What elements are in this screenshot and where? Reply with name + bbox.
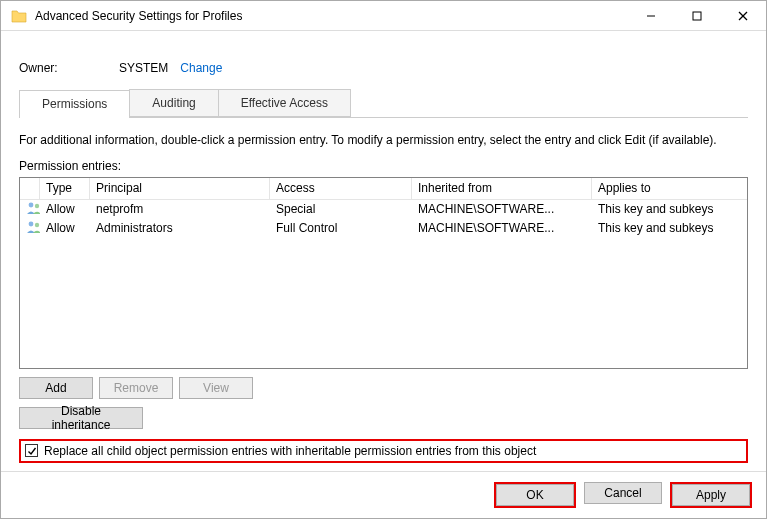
cell-inherited: MACHINE\SOFTWARE...: [412, 221, 592, 235]
cell-applies: This key and subkeys: [592, 202, 747, 216]
cell-access: Full Control: [270, 221, 412, 235]
owner-row: Owner: SYSTEM Change: [19, 43, 748, 89]
owner-value: SYSTEM: [119, 61, 168, 75]
permission-entries-table[interactable]: Type Principal Access Inherited from App…: [19, 177, 748, 369]
cell-applies: This key and subkeys: [592, 221, 747, 235]
tab-auditing[interactable]: Auditing: [129, 89, 218, 117]
cancel-button[interactable]: Cancel: [584, 482, 662, 504]
folder-icon: [11, 8, 27, 24]
instructions-text: For additional information, double-click…: [19, 132, 748, 149]
principal-icon: [20, 201, 40, 218]
col-header-inherited[interactable]: Inherited from: [412, 178, 592, 199]
cell-principal: netprofm: [90, 202, 270, 216]
dialog-footer: OK Cancel Apply: [1, 471, 766, 518]
change-owner-link[interactable]: Change: [180, 61, 222, 75]
owner-label: Owner:: [19, 61, 119, 75]
cell-type: Allow: [40, 202, 90, 216]
permission-entries-label: Permission entries:: [19, 159, 748, 173]
ok-button[interactable]: OK: [496, 484, 574, 506]
cell-principal: Administrators: [90, 221, 270, 235]
apply-button[interactable]: Apply: [672, 484, 750, 506]
replace-permissions-row[interactable]: Replace all child object permission entr…: [19, 439, 748, 463]
cell-access: Special: [270, 202, 412, 216]
content-area: Owner: SYSTEM Change Permissions Auditin…: [1, 31, 766, 471]
apply-highlight: Apply: [670, 482, 752, 508]
col-header-type[interactable]: Type: [40, 178, 90, 199]
tab-effective-access[interactable]: Effective Access: [218, 89, 351, 117]
window-controls: [628, 1, 766, 30]
col-header-applies[interactable]: Applies to: [592, 178, 747, 199]
ok-highlight: OK: [494, 482, 576, 508]
principal-icon: [20, 220, 40, 237]
col-header-icon[interactable]: [20, 178, 40, 199]
minimize-button[interactable]: [628, 1, 674, 30]
svg-rect-1: [693, 12, 701, 20]
col-header-principal[interactable]: Principal: [90, 178, 270, 199]
maximize-button[interactable]: [674, 1, 720, 30]
titlebar: Advanced Security Settings for Profiles: [1, 1, 766, 31]
table-header: Type Principal Access Inherited from App…: [20, 178, 747, 200]
table-row[interactable]: Allow Administrators Full Control MACHIN…: [20, 219, 747, 238]
add-button[interactable]: Add: [19, 377, 93, 399]
view-button: View: [179, 377, 253, 399]
svg-point-6: [29, 221, 34, 226]
col-header-access[interactable]: Access: [270, 178, 412, 199]
entry-action-buttons: Add Remove View: [19, 377, 748, 399]
replace-permissions-checkbox[interactable]: [25, 444, 38, 457]
close-button[interactable]: [720, 1, 766, 30]
cell-type: Allow: [40, 221, 90, 235]
tab-strip: Permissions Auditing Effective Access: [19, 89, 748, 118]
table-row[interactable]: Allow netprofm Special MACHINE\SOFTWARE.…: [20, 200, 747, 219]
remove-button: Remove: [99, 377, 173, 399]
cell-inherited: MACHINE\SOFTWARE...: [412, 202, 592, 216]
disable-inheritance-button[interactable]: Disable inheritance: [19, 407, 143, 429]
svg-point-4: [29, 202, 34, 207]
svg-point-7: [35, 223, 39, 227]
window-title: Advanced Security Settings for Profiles: [35, 9, 628, 23]
tab-permissions[interactable]: Permissions: [19, 90, 130, 118]
svg-point-5: [35, 204, 39, 208]
replace-permissions-label: Replace all child object permission entr…: [44, 444, 536, 458]
